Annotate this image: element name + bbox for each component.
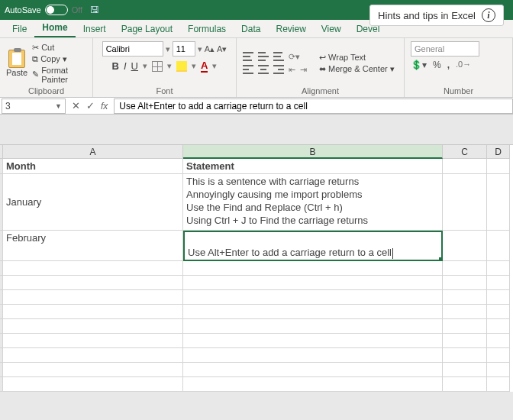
- cell[interactable]: [3, 334, 183, 348]
- format-painter-button[interactable]: ✎ Format Painter: [32, 66, 86, 84]
- cell[interactable]: [443, 290, 487, 305]
- cell[interactable]: [443, 377, 487, 392]
- cell-month-jan[interactable]: January: [3, 174, 183, 231]
- borders-button[interactable]: [152, 61, 163, 72]
- cell[interactable]: [183, 290, 443, 305]
- save-icon[interactable]: 🖫: [90, 5, 99, 15]
- cell[interactable]: [443, 159, 487, 174]
- tab-review[interactable]: Review: [268, 21, 313, 37]
- cell[interactable]: [443, 276, 487, 290]
- hints-tooltip[interactable]: Hints and tips in Excel i: [369, 5, 504, 26]
- cell[interactable]: [3, 305, 183, 319]
- merge-center-button[interactable]: ⬌ Merge & Center ▾: [319, 64, 395, 74]
- column-header-d[interactable]: D: [487, 145, 510, 159]
- decrease-font-icon[interactable]: A▾: [217, 44, 227, 54]
- active-cell-b3[interactable]: Use Alt+Enter to add a carriage return t…: [183, 231, 443, 261]
- cell[interactable]: [3, 276, 183, 290]
- number-format-select[interactable]: [411, 41, 479, 57]
- font-color-dropdown-icon[interactable]: ▾: [212, 61, 217, 71]
- name-box-dropdown-icon[interactable]: ▼: [55, 102, 62, 110]
- cell[interactable]: [443, 261, 487, 276]
- cell[interactable]: [487, 290, 510, 305]
- cell[interactable]: [443, 174, 487, 231]
- decrease-indent-icon[interactable]: ⇤: [289, 65, 295, 75]
- cell[interactable]: [487, 377, 510, 392]
- cancel-edit-icon[interactable]: ✕: [72, 100, 80, 111]
- align-top-icon[interactable]: [243, 52, 253, 61]
- align-left-icon[interactable]: [243, 65, 253, 74]
- cell-a-header[interactable]: Month: [3, 159, 183, 174]
- cell[interactable]: [183, 334, 443, 348]
- info-icon[interactable]: i: [482, 8, 495, 22]
- autosave-switch[interactable]: [45, 5, 68, 15]
- align-middle-icon[interactable]: [258, 52, 269, 61]
- tab-data[interactable]: Data: [234, 21, 268, 37]
- cell[interactable]: [487, 231, 510, 261]
- column-header-c[interactable]: C: [443, 145, 487, 159]
- align-bottom-icon[interactable]: [273, 52, 284, 61]
- tab-file[interactable]: File: [5, 21, 34, 37]
- name-box[interactable]: 3 ▼: [2, 99, 66, 114]
- wrap-text-button[interactable]: ↩ Wrap Text: [319, 53, 395, 63]
- cell[interactable]: [3, 319, 183, 334]
- font-name-select[interactable]: [102, 41, 163, 57]
- fx-icon[interactable]: fx: [101, 101, 108, 111]
- cell[interactable]: [183, 348, 443, 363]
- cell[interactable]: [443, 319, 487, 334]
- cell[interactable]: [487, 159, 510, 174]
- cell[interactable]: [3, 290, 183, 305]
- align-right-icon[interactable]: [273, 65, 284, 74]
- fill-color-button[interactable]: [176, 61, 187, 72]
- tab-formulas[interactable]: Formulas: [180, 21, 234, 37]
- cell[interactable]: [487, 261, 510, 276]
- cell[interactable]: [443, 305, 487, 319]
- cell-month-feb[interactable]: February: [3, 231, 183, 261]
- cell[interactable]: [3, 377, 183, 392]
- cell[interactable]: [183, 377, 443, 392]
- fill-dropdown-icon[interactable]: ▾: [192, 61, 196, 71]
- cell[interactable]: [183, 319, 443, 334]
- orientation-icon[interactable]: ⟳▾: [289, 52, 300, 62]
- cell[interactable]: [183, 276, 443, 290]
- borders-dropdown-icon[interactable]: ▾: [167, 61, 172, 71]
- cell[interactable]: [487, 363, 510, 377]
- underline-dropdown-icon[interactable]: ▾: [143, 61, 147, 71]
- bold-button[interactable]: B: [112, 60, 119, 72]
- autosave-toggle[interactable]: AutoSave Off: [5, 5, 82, 15]
- underline-button[interactable]: U: [131, 60, 138, 72]
- cell[interactable]: [183, 261, 443, 276]
- comma-format-button[interactable]: ,: [447, 60, 450, 70]
- tab-page-layout[interactable]: Page Layout: [114, 21, 180, 37]
- accounting-format-button[interactable]: 💲▾: [411, 60, 427, 70]
- cell[interactable]: [487, 305, 510, 319]
- font-name-dropdown-icon[interactable]: ▾: [166, 44, 170, 54]
- increase-decimal-icon[interactable]: .0→: [456, 60, 471, 70]
- cell[interactable]: [183, 305, 443, 319]
- cell-b-header[interactable]: Statement: [183, 159, 443, 174]
- font-size-dropdown-icon[interactable]: ▾: [198, 44, 202, 54]
- column-header-a[interactable]: A: [3, 145, 183, 159]
- cell[interactable]: [3, 363, 183, 377]
- paste-button[interactable]: Paste: [6, 50, 27, 77]
- tab-view[interactable]: View: [314, 21, 349, 37]
- cell[interactable]: [487, 174, 510, 231]
- tab-home[interactable]: Home: [34, 19, 75, 37]
- percent-format-button[interactable]: %: [433, 60, 441, 70]
- cell[interactable]: [487, 276, 510, 290]
- enter-edit-icon[interactable]: ✓: [86, 100, 95, 111]
- increase-font-icon[interactable]: A▴: [205, 44, 215, 54]
- tab-insert[interactable]: Insert: [76, 21, 114, 37]
- copy-button[interactable]: ⧉ Copy ▾: [32, 54, 86, 64]
- align-center-icon[interactable]: [258, 65, 269, 74]
- cell[interactable]: [443, 348, 487, 363]
- cell[interactable]: [443, 231, 487, 261]
- cell[interactable]: [487, 319, 510, 334]
- cell[interactable]: [3, 261, 183, 276]
- column-header-b[interactable]: B: [183, 145, 443, 159]
- cell[interactable]: [487, 348, 510, 363]
- italic-button[interactable]: I: [124, 60, 127, 72]
- cell[interactable]: [443, 363, 487, 377]
- font-color-button[interactable]: A: [201, 60, 208, 73]
- cell[interactable]: [443, 334, 487, 348]
- cell[interactable]: [183, 363, 443, 377]
